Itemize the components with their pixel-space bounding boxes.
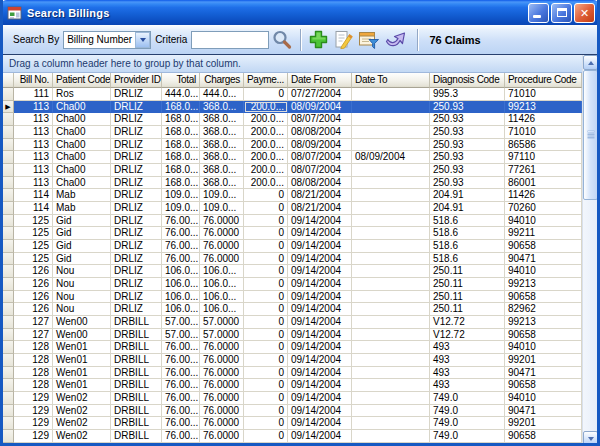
cell[interactable]: 99213 <box>505 101 582 114</box>
cell[interactable]: 125 <box>14 215 53 228</box>
cell[interactable]: Wen02 <box>53 392 111 405</box>
cell[interactable]: DRLIZ <box>111 240 162 253</box>
cell[interactable]: Mab <box>53 189 111 202</box>
cell[interactable]: 113 <box>14 177 53 190</box>
cell[interactable]: 493 <box>430 341 505 354</box>
cell[interactable]: 08/09/2004 <box>288 139 352 152</box>
cell[interactable]: 76.00... <box>162 341 200 354</box>
cell[interactable]: 106.0... <box>162 265 200 278</box>
table-row[interactable]: 125GidDRLIZ76.00...76.0000009/14/2004518… <box>3 215 582 228</box>
cell[interactable]: 106.0... <box>200 265 244 278</box>
cell[interactable]: 204.91 <box>430 189 505 202</box>
cell[interactable]: DRLIZ <box>111 253 162 266</box>
cell[interactable]: 126 <box>14 265 53 278</box>
column-header[interactable]: Diagnosis Code <box>430 73 505 88</box>
cell[interactable]: 200.0... <box>244 126 288 139</box>
cell[interactable]: 109.0... <box>200 189 244 202</box>
cell[interactable]: DRBILL <box>111 392 162 405</box>
cell[interactable]: 168.0... <box>162 177 200 190</box>
cell[interactable]: Cha00 <box>53 164 111 177</box>
cell[interactable]: 76.00... <box>162 215 200 228</box>
row-selector-cell[interactable] <box>3 405 14 418</box>
cell[interactable]: Gid <box>53 215 111 228</box>
cell[interactable]: 129 <box>14 392 53 405</box>
cell[interactable]: 368.0... <box>200 139 244 152</box>
cell[interactable]: 0 <box>244 430 288 443</box>
cell[interactable]: 168.0... <box>162 151 200 164</box>
cell[interactable] <box>352 392 430 405</box>
cell[interactable]: 76.00... <box>162 240 200 253</box>
cell[interactable]: 493 <box>430 367 505 380</box>
cell[interactable]: 90471 <box>505 405 582 418</box>
cell[interactable]: 0 <box>244 189 288 202</box>
cell[interactable]: 250.93 <box>430 113 505 126</box>
cell[interactable]: Wen02 <box>53 417 111 430</box>
cell[interactable]: 250.11 <box>430 303 505 316</box>
row-selector-cell[interactable] <box>3 227 14 240</box>
cell[interactable]: 08/09/2004 <box>288 101 352 114</box>
cell[interactable]: DRBILL <box>111 367 162 380</box>
cell[interactable]: 94010 <box>505 265 582 278</box>
cell[interactable]: 106.0... <box>200 278 244 291</box>
row-selector-cell[interactable] <box>3 215 14 228</box>
cell[interactable]: 82962 <box>505 303 582 316</box>
cell[interactable]: Wen00 <box>53 316 111 329</box>
cell[interactable]: Cha00 <box>53 139 111 152</box>
selected-table-row[interactable]: ▶113Cha00DRLIZ168.0...368.0...200.0...08… <box>3 101 582 114</box>
cell[interactable]: 76.0000 <box>200 417 244 430</box>
cell[interactable]: DRBILL <box>111 417 162 430</box>
cell[interactable]: 76.00... <box>162 392 200 405</box>
column-header[interactable]: Date From <box>288 73 352 88</box>
cell[interactable]: 518.6 <box>430 240 505 253</box>
cell[interactable]: DRLIZ <box>111 291 162 304</box>
row-selector-cell[interactable] <box>3 392 14 405</box>
cell[interactable]: DRBILL <box>111 316 162 329</box>
row-selector-cell[interactable] <box>3 151 14 164</box>
cell[interactable] <box>352 417 430 430</box>
cell[interactable]: 0 <box>244 367 288 380</box>
app-icon[interactable] <box>7 5 23 21</box>
cell[interactable]: 749.0 <box>430 417 505 430</box>
cell[interactable]: 57.00... <box>162 316 200 329</box>
cell[interactable]: 99201 <box>505 354 582 367</box>
scroll-up-button[interactable] <box>583 55 598 70</box>
cell[interactable]: Wen01 <box>53 367 111 380</box>
cell[interactable]: 493 <box>430 379 505 392</box>
cell[interactable] <box>352 316 430 329</box>
cell[interactable]: 76.0000 <box>200 253 244 266</box>
table-row[interactable]: 113Cha00DRLIZ168.0...368.0...200.0...08/… <box>3 164 582 177</box>
cell[interactable]: 71010 <box>505 88 582 101</box>
cell[interactable]: 0 <box>244 392 288 405</box>
cell[interactable]: 113 <box>14 151 53 164</box>
table-row[interactable]: 111RosDRLIZ444.0...444.0...007/27/200499… <box>3 88 582 101</box>
row-selector-cell[interactable] <box>3 88 14 101</box>
cell[interactable]: 113 <box>14 126 53 139</box>
cell[interactable]: DRLIZ <box>111 126 162 139</box>
cell[interactable]: 126 <box>14 278 53 291</box>
cell[interactable]: 168.0... <box>162 126 200 139</box>
row-selector-cell[interactable]: ▶ <box>3 101 14 114</box>
cell[interactable]: 90471 <box>505 253 582 266</box>
row-selector-cell[interactable] <box>3 113 14 126</box>
cell[interactable]: Gid <box>53 240 111 253</box>
cell[interactable] <box>352 202 430 215</box>
cell[interactable]: Gid <box>53 227 111 240</box>
cell[interactable]: 749.0 <box>430 392 505 405</box>
table-row[interactable]: 113Cha00DRLIZ168.0...368.0...200.0...08/… <box>3 126 582 139</box>
cell[interactable]: 125 <box>14 240 53 253</box>
cell[interactable]: DRLIZ <box>111 278 162 291</box>
cell[interactable]: 0 <box>244 354 288 367</box>
row-selector-header[interactable] <box>3 73 14 88</box>
row-selector-cell[interactable] <box>3 177 14 190</box>
cell[interactable]: 09/14/2004 <box>288 253 352 266</box>
table-row[interactable]: 113Cha00DRLIZ168.0...368.0...200.0...08/… <box>3 113 582 126</box>
cell[interactable]: Cha00 <box>53 101 111 114</box>
cell[interactable]: V12.72 <box>430 329 505 342</box>
cell[interactable]: 493 <box>430 354 505 367</box>
cell[interactable] <box>352 265 430 278</box>
cell[interactable]: DRLIZ <box>111 88 162 101</box>
cell[interactable]: 200.0... <box>244 101 288 114</box>
row-selector-cell[interactable] <box>3 164 14 177</box>
cell[interactable]: 106.0... <box>162 303 200 316</box>
cell[interactable]: 99211 <box>505 227 582 240</box>
